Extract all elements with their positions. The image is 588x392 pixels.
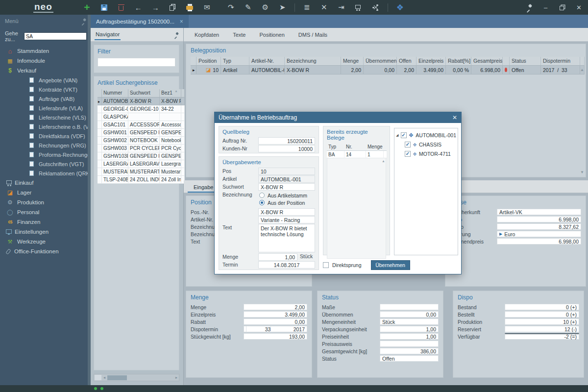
grid-column-header[interactable]: Artikel-Nr. (249, 57, 285, 66)
sidebar-item[interactable]: Direktfaktura (VDF) (0, 131, 91, 141)
result-row[interactable]: TLSP-240B 24 ZOLL INDUSTRIE 24 Zoll Indu… (98, 176, 175, 184)
sidebar-item[interactable]: Gutschriften (VGT) (0, 159, 91, 169)
results-column-header[interactable]: Nummer (102, 89, 128, 98)
sidebar-item[interactable]: Verkauf (0, 66, 91, 75)
copy-button[interactable] (168, 2, 178, 13)
expander-icon[interactable]: ◢ (396, 133, 399, 137)
share-button[interactable] (370, 2, 381, 13)
grid-column-header[interactable]: Gesamtpreis (471, 57, 503, 66)
sidebar-item[interactable]: Einstellungen (0, 227, 91, 237)
process-settings-button[interactable]: ⚙ (260, 2, 270, 13)
field-value[interactable]: ▶Euro (497, 231, 581, 237)
scrollbar-thumb[interactable] (107, 375, 127, 380)
grid-column-header[interactable]: Menge (341, 57, 364, 66)
sidebar-item[interactable]: Rechnungen (VRG) (0, 141, 91, 150)
field-value[interactable]: 193,00 (244, 333, 307, 340)
grid-column-header[interactable]: Dispotermin (541, 57, 580, 66)
main-tab[interactable]: Texte (226, 29, 252, 41)
field-value[interactable]: 1,00 (380, 333, 439, 340)
field-value[interactable]: 10 (258, 168, 315, 175)
grid-column-header[interactable]: Rabatt[%] (446, 57, 471, 66)
sidebar-item[interactable]: Lieferscheine (VLS) (0, 113, 91, 122)
results-column-header[interactable]: Bez1 (160, 89, 181, 98)
field-value[interactable] (380, 341, 439, 347)
sidebar-item[interactable]: Lieferabrufe (VLA) (0, 103, 91, 113)
sidebar-item[interactable]: Office-Funktionen (0, 246, 91, 256)
sidebar-item[interactable]: Produktion (0, 197, 91, 207)
scroll-up-icon[interactable]: ▲ (382, 159, 385, 163)
main-tab[interactable]: DMS / Mails (292, 29, 334, 41)
grid-column-header[interactable] (191, 57, 196, 66)
field-value[interactable]: Variante - Racing (258, 216, 315, 223)
sidebar-item[interactable]: Kontrakte (VKT) (0, 85, 91, 94)
grid-column-header[interactable]: Einzelpreis (416, 57, 446, 66)
sidebar-item[interactable]: Lager (0, 188, 91, 197)
field-value[interactable]: 12 (-) (505, 326, 579, 332)
sidebar-item[interactable]: Einkauf (0, 178, 91, 188)
field-value[interactable]: 10000 (258, 145, 315, 152)
horizontal-scrollbar[interactable]: ◂ ▸ (94, 374, 179, 381)
result-row[interactable]: GEORGE-01 GEORGE-10 34-22 34-22 (98, 105, 175, 113)
sidebar-item[interactable]: Angebote (VAN) (0, 75, 91, 85)
sidebar-item[interactable]: Stammdaten (0, 46, 91, 56)
field-value[interactable]: 386,00 (380, 348, 439, 354)
goto-record-button[interactable]: ⇥ (336, 2, 346, 13)
field-value[interactable]: Stück (380, 318, 439, 325)
sidebar-item[interactable]: Proforma-Rechnungen (VPR) (0, 150, 91, 159)
belege-row[interactable]: BA 14 1 (327, 151, 386, 158)
field-value[interactable]: 10 (+) (505, 318, 579, 325)
tab-close-icon[interactable]: × (180, 18, 183, 25)
field-value[interactable]: Artikel-VK (497, 209, 581, 215)
belege-column-header[interactable]: Nr. (344, 143, 366, 151)
field-value[interactable]: 6.998,00 (497, 238, 581, 245)
delete-button[interactable] (116, 2, 126, 13)
result-row[interactable]: GSHW001 GENSPEED R2 ANAL GENSPEED R2 (98, 129, 175, 137)
forward-document-button[interactable]: ↷ (226, 2, 236, 13)
results-column-header[interactable]: Suchwort (128, 89, 160, 98)
field-value[interactable]: 0,00 (244, 318, 307, 325)
field-value[interactable]: Offen (380, 355, 439, 362)
field-value[interactable]: 8.327,62 (497, 223, 581, 230)
sidebar-pin-icon[interactable] (81, 19, 86, 24)
sidebar-item[interactable]: Aufträge (VAB) (0, 94, 91, 103)
sidebar-item[interactable]: Finanzen (0, 217, 91, 227)
sidebar-item[interactable]: Personal (0, 207, 91, 217)
grid-column-header[interactable]: Offen (397, 57, 416, 66)
radio-aus-der-position-icon[interactable] (259, 200, 265, 205)
back-button[interactable]: ← (133, 2, 144, 13)
result-row[interactable]: LASERGRAVUR LASERGRAVUR AUF Lasergravur … (98, 160, 175, 168)
result-row[interactable]: GSHW003 PCR CYCLER 96X FC PCR Cycler 96x (98, 145, 175, 152)
main-tab[interactable]: Positionen (252, 29, 291, 41)
radio-option[interactable]: Aus der Position (259, 199, 315, 206)
checkbox-checked-icon[interactable] (405, 142, 411, 147)
result-row[interactable]: GSHW002 NOTEBOOK 14" GS Notebook 14" (98, 137, 175, 145)
document-tab[interactable]: Auftragsbestätigung 1502000... × (91, 15, 189, 28)
belege-column-header[interactable]: Typ (327, 143, 344, 151)
dialog-close-icon[interactable]: ✕ (452, 114, 457, 121)
print-button[interactable] (185, 2, 195, 13)
checkbox-checked-icon[interactable] (401, 132, 407, 138)
new-button[interactable]: + (82, 2, 92, 13)
minimize-button[interactable]: – (540, 2, 551, 13)
grid-column-header[interactable]: Übernommen (364, 57, 397, 66)
cart-button[interactable] (353, 2, 364, 13)
belege-column-header[interactable]: Menge (366, 143, 384, 151)
sidebar-item[interactable]: Infomodule (0, 56, 91, 66)
cancel-button[interactable]: ✕ (319, 2, 329, 13)
field-value[interactable]: 0,00 (380, 311, 439, 318)
pin-button[interactable] (524, 2, 534, 13)
field-value[interactable] (380, 304, 439, 310)
forward-button[interactable]: → (150, 2, 161, 13)
scroll-up-icon[interactable]: ▲ (580, 68, 584, 72)
field-value[interactable]: -2 (=) (505, 333, 579, 340)
grid-column-header[interactable] (503, 57, 510, 66)
tree-node-child[interactable]: CHASSIS (396, 140, 456, 149)
quick-send-button[interactable]: ➤ (277, 2, 288, 13)
result-row[interactable]: GSHW103EN GENSPEED R2 STAR GENSPEED R2 (98, 152, 175, 160)
field-value[interactable]: 3.499,00 (244, 311, 307, 318)
field-value[interactable]: 1,00 (380, 326, 439, 332)
field-value[interactable]: 6.998,00 (497, 216, 581, 222)
scroll-up-icon[interactable]: ▲ (174, 89, 178, 93)
grid-column-header[interactable]: Position (196, 57, 221, 66)
grid-column-header[interactable]: Typ (221, 57, 249, 66)
